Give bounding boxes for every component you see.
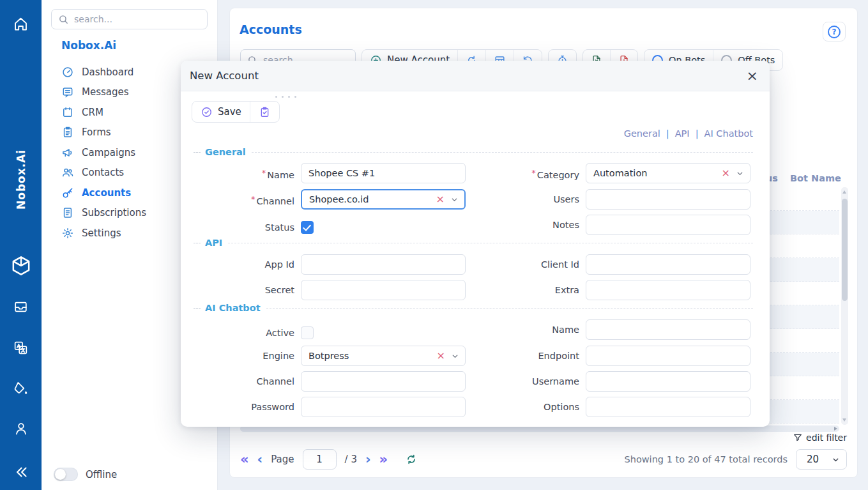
app-id-field[interactable] bbox=[301, 254, 466, 275]
sidebar-item-subscriptions[interactable]: Subscriptions bbox=[61, 203, 146, 224]
category-select[interactable]: Automation × bbox=[586, 163, 750, 183]
users-field[interactable] bbox=[586, 189, 750, 210]
sidebar-item-messages[interactable]: Messages bbox=[61, 82, 146, 103]
tab-general[interactable]: General bbox=[624, 128, 660, 139]
section-general: General bbox=[194, 147, 753, 157]
previous-page-button[interactable]: ‹ bbox=[257, 453, 263, 466]
edit-filter-button[interactable]: edit filter bbox=[793, 433, 847, 443]
users-label: Users bbox=[478, 189, 579, 210]
sidebar-search-input[interactable] bbox=[74, 14, 201, 24]
clear-icon[interactable]: × bbox=[436, 194, 445, 204]
chatbot-channel-field[interactable] bbox=[301, 371, 466, 392]
notes-field[interactable] bbox=[586, 215, 750, 235]
name-label: *Name bbox=[194, 163, 294, 185]
username-label: Username bbox=[478, 371, 579, 392]
name-field[interactable] bbox=[301, 163, 466, 183]
rail-brand-vertical: Nobox.Ai bbox=[0, 114, 42, 245]
tab-api[interactable]: API bbox=[675, 128, 690, 139]
offline-toggle[interactable] bbox=[54, 468, 78, 481]
help-button[interactable]: ? bbox=[823, 22, 846, 42]
status-checkbox[interactable] bbox=[301, 221, 314, 234]
drag-dots bbox=[275, 96, 296, 98]
nobox-cube-logo[interactable] bbox=[0, 253, 42, 279]
sidebar-search[interactable] bbox=[51, 9, 208, 29]
user-icon[interactable] bbox=[0, 420, 42, 437]
card-footer: « ‹ Page / 3 › » Showing 1 to 20 of 47 t… bbox=[240, 448, 847, 470]
next-page-button[interactable]: › bbox=[365, 453, 371, 466]
inbox-icon[interactable] bbox=[0, 299, 42, 315]
category-label: *Category bbox=[478, 163, 579, 185]
page-label: Page bbox=[271, 454, 294, 465]
funnel-icon bbox=[793, 433, 803, 443]
pagination: « ‹ Page / 3 › » bbox=[240, 449, 418, 470]
calendar-icon bbox=[61, 106, 74, 119]
first-page-button[interactable]: « bbox=[240, 453, 249, 466]
chatbot-name-label: Name bbox=[478, 319, 579, 340]
status-label: Status bbox=[194, 217, 294, 238]
page-total: / 3 bbox=[345, 454, 357, 465]
sidebar-brand: Nobox.Ai bbox=[61, 39, 116, 52]
sidebar-item-label: CRM bbox=[82, 107, 103, 118]
reload-table-button[interactable] bbox=[405, 453, 418, 466]
chevron-down-icon bbox=[450, 195, 459, 204]
records-summary: Showing 1 to 20 of 47 total records bbox=[625, 454, 788, 464]
sidebar-item-crm[interactable]: CRM bbox=[61, 102, 146, 123]
sidebar-item-dashboard[interactable]: Dashboard bbox=[61, 62, 146, 82]
save-button[interactable]: Save bbox=[192, 102, 250, 122]
last-page-button[interactable]: » bbox=[379, 453, 388, 466]
close-icon[interactable]: × bbox=[747, 69, 758, 83]
chatbot-name-field[interactable] bbox=[586, 319, 750, 340]
secret-label: Secret bbox=[194, 280, 294, 300]
clear-icon[interactable]: × bbox=[437, 351, 445, 361]
sidebar-item-accounts[interactable]: Accounts bbox=[61, 183, 146, 203]
active-checkbox[interactable] bbox=[301, 326, 314, 339]
password-field[interactable] bbox=[301, 397, 466, 417]
column-header-bot-name[interactable]: Bot Name bbox=[790, 173, 841, 183]
secret-field[interactable] bbox=[301, 280, 466, 300]
offline-row: Offline bbox=[54, 468, 117, 481]
tab-ai-chatbot[interactable]: AI Chatbot bbox=[704, 128, 753, 139]
paint-bucket-icon[interactable] bbox=[0, 380, 42, 396]
page-number-input[interactable] bbox=[303, 449, 337, 470]
sidebar-item-forms[interactable]: Forms bbox=[61, 123, 146, 143]
endpoint-label: Endpoint bbox=[478, 346, 579, 366]
clipboard-icon bbox=[61, 126, 74, 139]
sidebar-item-settings[interactable]: Settings bbox=[61, 223, 146, 243]
collapse-sidebar-icon[interactable] bbox=[0, 464, 42, 480]
endpoint-field[interactable] bbox=[586, 346, 750, 366]
modal-title: New Account bbox=[190, 70, 259, 82]
client-id-field[interactable] bbox=[586, 254, 750, 275]
options-field[interactable] bbox=[586, 397, 750, 417]
sidebar-item-campaigns[interactable]: Campaigns bbox=[61, 142, 146, 163]
home-icon[interactable] bbox=[0, 15, 42, 33]
footer-right: Showing 1 to 20 of 47 total records 20 bbox=[625, 449, 848, 470]
clear-icon[interactable]: × bbox=[722, 168, 730, 178]
channel-label: *Channel bbox=[194, 189, 294, 211]
page-size-select[interactable]: 20 bbox=[796, 449, 847, 470]
section-ai-chatbot: AI Chatbot bbox=[194, 303, 753, 313]
offline-label: Offline bbox=[86, 469, 117, 480]
file-icon bbox=[61, 206, 74, 219]
gauge-icon bbox=[61, 66, 74, 79]
gear-icon bbox=[61, 227, 74, 240]
engine-select[interactable]: Botpress × bbox=[301, 346, 466, 366]
copy-clipboard-button[interactable] bbox=[250, 102, 279, 122]
password-label: Password bbox=[194, 397, 294, 417]
sidebar-menu: DashboardMessagesCRMFormsCampaignsContac… bbox=[61, 62, 146, 243]
chatbot-channel-label: Channel bbox=[194, 371, 294, 392]
translate-icon[interactable] bbox=[0, 340, 42, 356]
check-circle-icon bbox=[201, 106, 213, 118]
vertical-scrollbar[interactable] bbox=[841, 187, 848, 425]
sidebar-item-contacts[interactable]: Contacts bbox=[61, 163, 146, 183]
clipboard-check-icon bbox=[259, 106, 271, 118]
modal-section-links: General | API | AI Chatbot bbox=[624, 128, 753, 139]
extra-field[interactable] bbox=[586, 280, 750, 300]
users-icon bbox=[61, 166, 74, 179]
sidebar-item-label: Settings bbox=[82, 227, 121, 239]
new-account-modal: New Account × Save General | API | AI Ch… bbox=[181, 61, 770, 427]
sidebar-item-label: Subscriptions bbox=[82, 207, 146, 218]
extra-label: Extra bbox=[478, 280, 579, 300]
username-field[interactable] bbox=[586, 371, 750, 392]
modal-actions: Save bbox=[192, 101, 280, 123]
channel-select[interactable]: Shopee.co.id × bbox=[301, 189, 466, 210]
